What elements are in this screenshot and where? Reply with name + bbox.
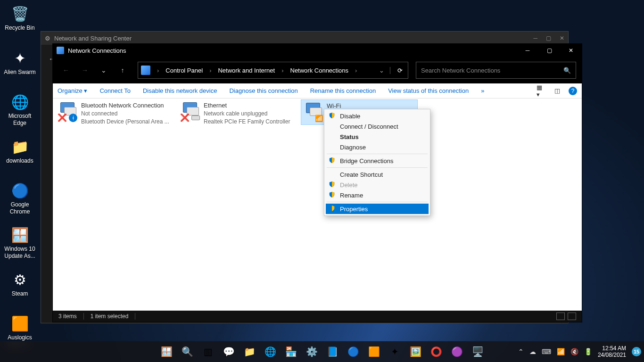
bg-window-title: Network and Sharing Center (54, 35, 132, 42)
bg-close-button[interactable]: ✕ (560, 35, 564, 41)
taskbar-app-icon[interactable]: 🖥️ (469, 343, 487, 361)
shield-icon (329, 191, 336, 199)
context-menu-item[interactable]: Disable (326, 111, 429, 121)
statusbar: 3 items 1 item selected (53, 311, 582, 322)
preview-pane-button[interactable]: ◫ (553, 86, 562, 96)
context-menu-item[interactable]: Properties (326, 204, 429, 214)
edge-button[interactable]: 🌐 (261, 343, 279, 361)
view-status-button[interactable]: View status of this connection (388, 87, 469, 94)
organize-menu[interactable]: Organize ▾ (58, 87, 87, 94)
menu-item-label: Properties (340, 206, 368, 213)
context-menu-item[interactable]: Bridge Connections (326, 156, 429, 166)
breadcrumb-item[interactable]: Network and Internet (216, 66, 277, 75)
file-explorer-button[interactable]: 📁 (240, 343, 258, 361)
network-adapter[interactable]: ❌ ᚼ Bluetooth Network Connection Not con… (56, 99, 173, 125)
forward-button[interactable]: → (77, 63, 92, 78)
shield-icon (329, 205, 336, 213)
clock[interactable]: 12:54 AM 24/08/2021 (598, 345, 626, 359)
notifications-button[interactable]: 15 (632, 347, 641, 356)
app-icon: 📁 (10, 137, 30, 156)
refresh-button[interactable]: ⟳ (390, 67, 405, 74)
taskbar-app-icon[interactable]: ⭕ (427, 343, 445, 361)
shield-icon (329, 112, 336, 120)
icon-label: Microsoft Edge (3, 113, 37, 126)
desktop-icon[interactable]: ⚙Steam (2, 268, 38, 304)
context-menu-item[interactable]: Diagnose (326, 142, 429, 152)
taskbar: 🪟 🔍 ▥ 💬 📁 🌐 🏪 ⚙️ 📘 🔵 🟧 ✦ 🖼️ ⭕ 🟣 🖥️ ⌃ ☁ ⌨… (0, 341, 644, 362)
adapter-name: Bluetooth Network Connection (81, 101, 169, 110)
desktop-icon[interactable]: 🔵Google Chrome (2, 179, 38, 215)
settings-button[interactable]: ⚙️ (303, 343, 321, 361)
volume-icon[interactable]: 🔇 (570, 348, 578, 355)
toolbar: Organize ▾ Connect To Disable this netwo… (53, 83, 582, 99)
address-dropdown[interactable]: ⌄ (375, 67, 388, 74)
desktop-icon[interactable]: ✦Alien Swarm (2, 46, 38, 82)
context-menu-item[interactable]: Status (326, 132, 429, 142)
taskbar-app-icon[interactable]: 🟣 (448, 343, 466, 361)
recent-dropdown[interactable]: ⌄ (96, 63, 111, 78)
taskbar-app-icon[interactable]: ✦ (386, 343, 404, 361)
breadcrumb-item[interactable]: Control Panel (164, 66, 205, 75)
tiles-view-button[interactable] (568, 313, 576, 320)
start-button[interactable]: 🪟 (157, 343, 175, 361)
up-button[interactable]: ↑ (115, 63, 130, 78)
task-view-button[interactable]: ▥ (199, 343, 217, 361)
bg-maximize-button[interactable]: ▢ (546, 35, 551, 41)
search-icon[interactable]: 🔍 (563, 67, 571, 74)
context-menu-item[interactable]: Create Shortcut (326, 169, 429, 180)
icon-label: Windows 10 Update As... (3, 246, 37, 259)
microsoft-store-button[interactable]: 🏪 (282, 343, 300, 361)
menu-item-label: Rename (340, 192, 363, 199)
chrome-button[interactable]: 🔵 (344, 343, 362, 361)
tray-overflow-icon[interactable]: ⌃ (518, 348, 524, 355)
taskbar-app-icon[interactable]: 🖼️ (406, 343, 424, 361)
desktop-icon[interactable]: 🗑️Recycle Bin (2, 2, 38, 38)
search-placeholder: Search Network Connections (421, 67, 500, 74)
error-badge-icon: ❌ (180, 113, 190, 122)
navbar: ← → ⌄ ↑ › Control Panel › Network and In… (53, 57, 582, 83)
connect-to-button[interactable]: Connect To (99, 87, 131, 94)
context-menu-item[interactable]: Rename (326, 190, 429, 200)
context-menu-item: Delete (326, 180, 429, 190)
bg-minimize-button[interactable]: ─ (533, 35, 537, 41)
onedrive-icon[interactable]: ☁ (529, 348, 536, 355)
disable-device-button[interactable]: Disable this network device (143, 87, 217, 94)
desktop-icon[interactable]: 🌐Microsoft Edge (2, 90, 38, 126)
battery-icon[interactable]: 🔋 (584, 348, 592, 355)
taskbar-app-icon[interactable]: 🟧 (365, 343, 383, 361)
wifi-icon[interactable]: 📶 (557, 348, 565, 355)
maximize-button[interactable]: ▢ (538, 44, 560, 57)
context-menu: DisableConnect / DisconnectStatusDiagnos… (324, 109, 430, 216)
back-button[interactable]: ← (58, 63, 74, 78)
diagnose-connection-button[interactable]: Diagnose this connection (229, 87, 297, 94)
status-item-count: 3 items (58, 313, 77, 320)
search-button[interactable]: 🔍 (178, 343, 196, 361)
adapter-status: Not connected (81, 110, 169, 118)
network-adapter[interactable]: ❌ Ethernet Network cable unplugged Realt… (178, 99, 295, 125)
window-title: Network Connections (68, 47, 126, 54)
word-button[interactable]: 📘 (323, 343, 341, 361)
minimize-button[interactable]: ─ (517, 44, 538, 57)
toolbar-overflow[interactable]: » (481, 87, 484, 94)
rename-connection-button[interactable]: Rename this connection (310, 87, 376, 94)
chevron-right-icon: › (206, 67, 214, 74)
breadcrumb-icon (141, 66, 150, 75)
breadcrumb[interactable]: › Control Panel › Network and Internet ›… (138, 62, 408, 79)
close-button[interactable]: ✕ (560, 44, 582, 57)
search-input[interactable]: Search Network Connections 🔍 (416, 62, 576, 79)
window-icon (57, 47, 64, 54)
details-view-button[interactable] (556, 313, 565, 320)
view-mode-button[interactable]: ▦ ▾ (537, 86, 546, 96)
breadcrumb-item[interactable]: Network Connections (289, 66, 351, 75)
adapter-type-icon (191, 114, 200, 122)
desktop-icon[interactable]: 🪟Windows 10 Update As... (2, 223, 38, 259)
context-menu-item[interactable]: Connect / Disconnect (326, 121, 429, 132)
desktop-icon[interactable]: 📁downloads (2, 135, 38, 171)
app-icon: 🗑️ (10, 4, 30, 24)
help-button[interactable]: ? (569, 87, 577, 95)
icon-label: Steam (12, 290, 28, 297)
widgets-button[interactable]: 💬 (220, 343, 238, 361)
adapters-content[interactable]: ❌ ᚼ Bluetooth Network Connection Not con… (53, 99, 582, 311)
app-icon: ✦ (10, 48, 30, 68)
keyboard-icon[interactable]: ⌨ (542, 348, 551, 355)
